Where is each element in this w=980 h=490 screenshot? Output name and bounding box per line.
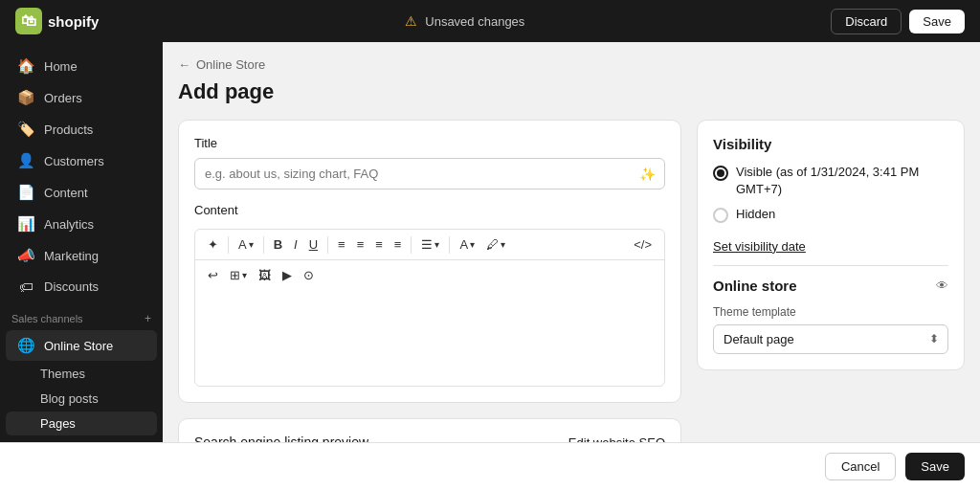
seo-edit-link[interactable]: Edit website SEO [568, 435, 665, 443]
sep2 [263, 236, 264, 254]
sales-channels-section: Sales channels + [0, 302, 163, 329]
analytics-icon: 📊 [17, 215, 34, 233]
save-top-button[interactable]: Save [909, 10, 965, 33]
toolbar-align-justify-btn[interactable]: ≡ [390, 234, 407, 255]
hidden-option[interactable]: Hidden [713, 206, 948, 223]
toolbar-underline-btn[interactable]: U [304, 234, 323, 255]
orders-icon: 📦 [17, 89, 34, 106]
toolbar-bold-btn[interactable]: B [269, 234, 287, 255]
visibility-title: Visibility [713, 136, 948, 152]
sidebar-item-marketing-label: Marketing [44, 249, 99, 263]
theme-template-select-wrapper: Default page ⬍ [713, 324, 948, 354]
hidden-label: Hidden [736, 206, 775, 223]
sep4 [411, 236, 412, 254]
theme-template-label: Theme template [713, 305, 948, 319]
title-label: Title [194, 136, 665, 150]
sep1 [228, 236, 229, 254]
sidebar-sub-pages[interactable]: Pages [6, 412, 157, 435]
sidebar-item-analytics[interactable]: 📊 Analytics [6, 209, 157, 239]
toolbar-undo-btn[interactable]: ↩ [203, 265, 223, 285]
magic-icon: ✨ [639, 167, 656, 182]
sidebar-item-orders[interactable]: 📦 Orders [6, 82, 157, 113]
online-store-header: Online store 👁 [713, 278, 948, 294]
content-label: Content [194, 203, 665, 217]
sidebar-item-products-label: Products [44, 122, 93, 137]
seo-header: Search engine listing preview Edit websi… [194, 434, 665, 442]
sidebar-sub-themes-label: Themes [40, 367, 85, 381]
sep5 [449, 236, 450, 254]
content-icon: 📄 [17, 184, 34, 201]
sidebar-item-products[interactable]: 🏷️ Products [6, 114, 157, 145]
products-icon: 🏷️ [17, 121, 34, 138]
toolbar-table-btn[interactable]: ⊞ ▾ [225, 265, 252, 285]
toolbar-list-btn[interactable]: ☰ ▾ [416, 234, 444, 255]
toolbar-highlight-btn[interactable]: 🖊 ▾ [481, 234, 510, 255]
topbar: 🛍 shopify ⚠ Unsaved changes Discard Save [0, 0, 980, 42]
shopify-logo-text: shopify [48, 13, 99, 30]
title-content-card: Title ✨ Content ✦ A ▾ [178, 120, 681, 403]
toolbar-video-btn[interactable]: ▶ [278, 265, 297, 285]
cancel-button[interactable]: Cancel [825, 453, 896, 480]
theme-template-select[interactable]: Default page [713, 324, 948, 354]
home-icon: 🏠 [17, 57, 34, 75]
eye-icon[interactable]: 👁 [936, 278, 948, 293]
marketing-icon: 📣 [17, 247, 34, 264]
shopify-logo-icon: 🛍 [15, 8, 42, 34]
sidebar-item-discounts-label: Discounts [44, 279, 99, 294]
sidebar-sub-pages-label: Pages [40, 416, 76, 431]
sidebar-item-orders-label: Orders [44, 91, 82, 105]
warning-icon: ⚠ [405, 13, 417, 29]
main-content: ← Online Store Add page Title ✨ Content [163, 42, 980, 442]
customers-icon: 👤 [17, 152, 34, 169]
set-visibility-link[interactable]: Set visibility date [713, 239, 806, 254]
editor-toolbar: ✦ A ▾ B I U ≡ ≡ ≡ ≡ [194, 229, 665, 387]
sidebar-item-content[interactable]: 📄 Content [6, 177, 157, 208]
sep3 [327, 236, 328, 254]
sidebar-item-discounts[interactable]: 🏷 Discounts [6, 272, 157, 301]
sidebar-sub-blog-posts[interactable]: Blog posts [6, 387, 157, 411]
toolbar-italic-btn[interactable]: I [289, 234, 302, 255]
toolbar-align-right-btn[interactable]: ≡ [370, 234, 388, 255]
sidebar-item-marketing[interactable]: 📣 Marketing [6, 240, 157, 271]
toolbar-row-2: ↩ ⊞ ▾ 🖼 ▶ ⊙ [195, 260, 664, 290]
sidebar-item-online-store-label: Online Store [44, 339, 113, 353]
online-store-title: Online store [713, 278, 797, 294]
sidebar-item-online-store[interactable]: 🌐 Online Store [6, 330, 157, 361]
sales-channels-label: Sales channels [11, 313, 83, 324]
toolbar-magic-btn[interactable]: ✦ [203, 234, 223, 255]
toolbar-align-center-btn[interactable]: ≡ [352, 234, 369, 255]
sidebar-item-customers-label: Customers [44, 154, 104, 168]
discard-button[interactable]: Discard [831, 9, 902, 34]
toolbar-color-btn[interactable]: A ▾ [455, 234, 479, 255]
seo-card: Search engine listing preview Edit websi… [178, 418, 681, 442]
visible-option[interactable]: Visible (as of 1/31/2024, 3:41 PM GMT+7) [713, 164, 948, 198]
shopify-logo: 🛍 shopify [15, 8, 99, 34]
toolbar-embed-btn[interactable]: ⊙ [299, 265, 319, 285]
toolbar-code-btn[interactable]: </> [629, 234, 657, 255]
sidebar-sub-themes[interactable]: Themes [6, 362, 157, 386]
editor-area[interactable] [195, 290, 664, 386]
topbar-right: Discard Save [831, 9, 965, 34]
sidebar-item-home[interactable]: 🏠 Home [6, 51, 157, 81]
store-name: Online Store [196, 57, 265, 72]
hidden-radio [713, 208, 728, 223]
toolbar-font-btn[interactable]: A ▾ [234, 234, 258, 255]
save-button[interactable]: Save [905, 453, 965, 480]
sidebar-item-customers[interactable]: 👤 Customers [6, 145, 157, 176]
bottom-bar: Cancel Save [0, 442, 980, 490]
title-input[interactable] [194, 158, 665, 189]
expand-icon[interactable]: + [145, 312, 151, 325]
topbar-left: 🛍 shopify [15, 8, 99, 34]
divider [713, 265, 948, 266]
unsaved-label: Unsaved changes [425, 14, 524, 29]
visible-radio [713, 166, 728, 181]
online-store-icon: 🌐 [17, 337, 34, 354]
toolbar-image-btn[interactable]: 🖼 [254, 265, 276, 285]
sidebar-sub-blog-posts-label: Blog posts [40, 391, 99, 406]
visible-radio-dot [717, 169, 724, 177]
back-arrow: ← [178, 57, 190, 72]
content-grid: Title ✨ Content ✦ A ▾ [178, 120, 965, 442]
toolbar-align-left-btn[interactable]: ≡ [333, 234, 350, 255]
right-column: Visibility Visible (as of 1/31/2024, 3:4… [697, 120, 965, 442]
breadcrumb[interactable]: ← Online Store [178, 57, 965, 72]
